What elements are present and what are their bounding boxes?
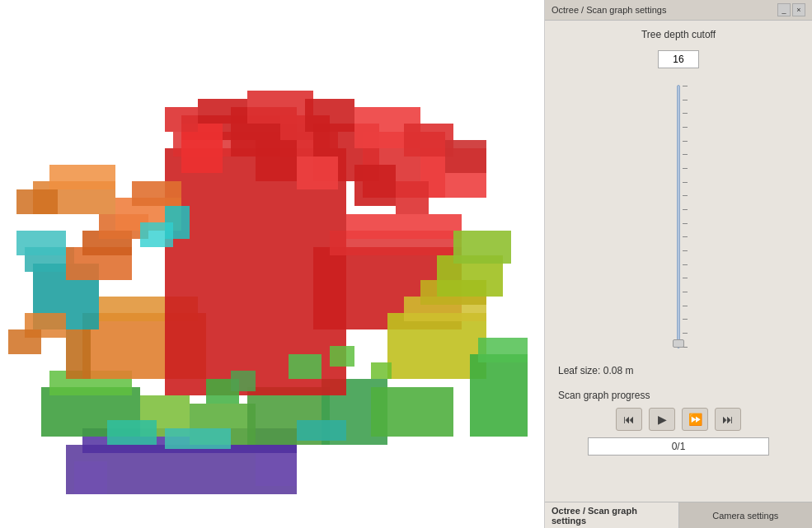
tick-mark: [683, 86, 688, 86]
tick-mark: [683, 209, 688, 210]
svg-rect-57: [305, 99, 354, 132]
tick-mark: [683, 154, 688, 155]
svg-rect-55: [198, 99, 247, 124]
svg-rect-40: [132, 181, 181, 206]
svg-rect-49: [289, 354, 322, 379]
depth-input-row: [555, 50, 802, 68]
settings-content: Tree depth cutoff: [545, 21, 812, 502]
camera-settings-tab[interactable]: Camera settings: [679, 502, 813, 528]
skip-end-button[interactable]: ⏭: [715, 408, 741, 431]
svg-rect-3: [256, 453, 297, 486]
settings-header: Octree / Scan graph settings _ ×: [545, 0, 812, 21]
settings-footer: Octree / Scan graph settings Camera sett…: [545, 502, 812, 528]
3d-viewer[interactable]: [0, 0, 544, 528]
tick-mark: [683, 292, 688, 292]
svg-rect-65: [165, 428, 231, 449]
tick-mark: [683, 264, 688, 265]
svg-rect-35: [478, 338, 528, 362]
tick-mark: [683, 333, 688, 334]
svg-rect-43: [354, 165, 396, 206]
tick-mark: [683, 195, 688, 196]
depth-slider-track[interactable]: [677, 85, 680, 348]
leaf-size-row: Leaf size: 0.08 m: [555, 365, 802, 376]
play-icon: ▶: [658, 413, 667, 426]
progress-bar-row: 0/1: [555, 437, 802, 456]
header-buttons: _ ×: [777, 3, 805, 16]
svg-rect-63: [49, 165, 115, 189]
depth-slider-thumb[interactable]: [673, 339, 684, 348]
playback-controls: ⏮ ▶ ⏩ ⏭: [555, 408, 802, 431]
play-button[interactable]: ▶: [649, 408, 675, 431]
tick-mark: [683, 223, 688, 224]
octree-scan-graph-tab-label: Octree / Scan graph settings: [552, 506, 672, 526]
svg-rect-66: [297, 420, 346, 441]
svg-rect-45: [297, 157, 338, 189]
svg-rect-56: [247, 91, 313, 124]
tick-mark: [683, 127, 688, 128]
point-cloud-visualization: [0, 0, 544, 528]
svg-rect-54: [165, 107, 198, 132]
svg-rect-62: [16, 189, 58, 214]
tick-mark: [683, 278, 688, 278]
svg-rect-28: [16, 231, 66, 255]
settings-header-title: Octree / Scan graph settings: [552, 5, 666, 15]
fast-forward-icon: ⏩: [688, 413, 702, 426]
svg-rect-33: [453, 231, 511, 264]
tree-depth-section-title: Tree depth cutoff: [555, 29, 802, 40]
tick-mark: [683, 168, 688, 169]
svg-rect-13: [66, 329, 91, 379]
skip-end-icon: ⏭: [722, 413, 734, 426]
progress-value: 0/1: [672, 441, 686, 452]
svg-rect-51: [371, 362, 392, 379]
leaf-size-value: 0.08 m: [603, 365, 634, 376]
rewind-icon: ⏮: [623, 413, 635, 426]
svg-rect-48: [140, 222, 173, 247]
svg-rect-60: [445, 140, 486, 173]
tick-mark: [683, 306, 688, 306]
tick-mark: [683, 319, 688, 320]
fast-forward-button[interactable]: ⏩: [682, 408, 708, 431]
rewind-button[interactable]: ⏮: [616, 408, 642, 431]
tick-mark: [683, 113, 688, 114]
tick-mark: [683, 236, 688, 237]
svg-rect-34: [470, 354, 528, 437]
tick-mark: [683, 100, 688, 100]
svg-rect-64: [107, 420, 157, 445]
settings-panel: Octree / Scan graph settings _ × Tree de…: [544, 0, 812, 528]
svg-rect-50: [330, 346, 354, 367]
octree-scan-graph-tab[interactable]: Octree / Scan graph settings: [545, 502, 679, 528]
progress-display: 0/1: [588, 437, 769, 456]
svg-rect-44: [396, 181, 429, 214]
leaf-size-label: Leaf size:: [558, 365, 600, 376]
depth-input[interactable]: [658, 50, 699, 68]
svg-rect-53: [231, 371, 256, 391]
tick-mark: [683, 182, 688, 183]
close-button[interactable]: ×: [792, 3, 805, 16]
camera-settings-tab-label: Camera settings: [712, 511, 778, 521]
scan-graph-section-title: Scan graph progress: [555, 390, 802, 401]
tick-mark: [683, 141, 688, 142]
svg-rect-19: [346, 214, 462, 239]
svg-rect-2: [74, 461, 107, 494]
slider-container: [555, 77, 802, 357]
minimize-button[interactable]: _: [777, 3, 791, 16]
svg-rect-46: [256, 140, 297, 181]
svg-rect-10: [371, 387, 453, 437]
svg-rect-42: [8, 329, 41, 354]
tick-mark: [683, 250, 688, 251]
